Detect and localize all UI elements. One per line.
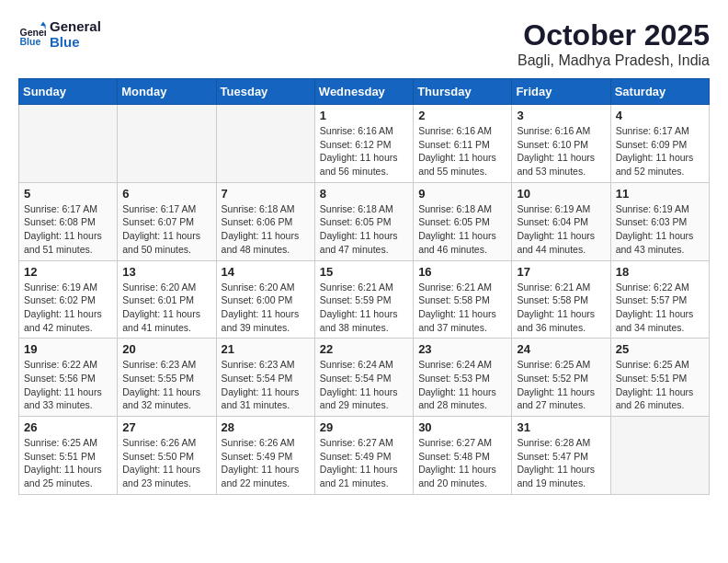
svg-text:Blue: Blue [20, 36, 41, 47]
calendar-week-4: 19Sunrise: 6:22 AM Sunset: 5:56 PM Dayli… [19, 339, 710, 417]
day-info: Sunrise: 6:19 AM Sunset: 6:02 PM Dayligh… [24, 281, 112, 335]
day-info: Sunrise: 6:21 AM Sunset: 5:59 PM Dayligh… [320, 281, 408, 335]
calendar-cell: 2Sunrise: 6:16 AM Sunset: 6:11 PM Daylig… [414, 105, 512, 183]
day-info: Sunrise: 6:20 AM Sunset: 6:00 PM Dayligh… [222, 281, 310, 335]
weekday-header-wednesday: Wednesday [314, 79, 413, 105]
calendar-cell: 20Sunrise: 6:23 AM Sunset: 5:55 PM Dayli… [118, 339, 216, 417]
calendar-cell: 11Sunrise: 6:19 AM Sunset: 6:03 PM Dayli… [610, 182, 709, 260]
day-info: Sunrise: 6:26 AM Sunset: 5:49 PM Dayligh… [222, 436, 310, 490]
calendar-cell: 23Sunrise: 6:24 AM Sunset: 5:53 PM Dayli… [414, 339, 512, 417]
day-number: 22 [320, 342, 408, 356]
calendar-cell: 26Sunrise: 6:25 AM Sunset: 5:51 PM Dayli… [19, 417, 118, 495]
calendar-cell: 17Sunrise: 6:21 AM Sunset: 5:58 PM Dayli… [512, 260, 610, 339]
day-info: Sunrise: 6:18 AM Sunset: 6:05 PM Dayligh… [320, 202, 408, 257]
calendar-cell: 19Sunrise: 6:22 AM Sunset: 5:56 PM Dayli… [19, 339, 118, 417]
day-info: Sunrise: 6:16 AM Sunset: 6:11 PM Dayligh… [418, 124, 506, 178]
day-info: Sunrise: 6:17 AM Sunset: 6:07 PM Dayligh… [122, 202, 210, 257]
day-number: 10 [517, 187, 605, 201]
calendar-cell [610, 417, 709, 495]
day-info: Sunrise: 6:16 AM Sunset: 6:12 PM Dayligh… [320, 124, 408, 178]
day-info: Sunrise: 6:25 AM Sunset: 5:52 PM Dayligh… [517, 358, 605, 412]
day-number: 29 [320, 420, 408, 434]
day-number: 9 [418, 187, 506, 201]
day-info: Sunrise: 6:26 AM Sunset: 5:50 PM Dayligh… [122, 436, 210, 490]
day-info: Sunrise: 6:25 AM Sunset: 5:51 PM Dayligh… [616, 358, 704, 412]
day-number: 31 [517, 420, 605, 434]
calendar-cell: 21Sunrise: 6:23 AM Sunset: 5:54 PM Dayli… [216, 339, 314, 417]
day-number: 16 [418, 265, 506, 279]
day-info: Sunrise: 6:17 AM Sunset: 6:09 PM Dayligh… [616, 124, 704, 178]
calendar-cell: 12Sunrise: 6:19 AM Sunset: 6:02 PM Dayli… [19, 260, 118, 339]
day-number: 4 [616, 109, 704, 122]
calendar-cell: 16Sunrise: 6:21 AM Sunset: 5:58 PM Dayli… [414, 260, 512, 339]
title-section: October 2025 Bagli, Madhya Pradesh, Indi… [518, 18, 710, 69]
day-info: Sunrise: 6:19 AM Sunset: 6:03 PM Dayligh… [616, 202, 704, 257]
day-info: Sunrise: 6:22 AM Sunset: 5:56 PM Dayligh… [24, 358, 112, 412]
day-info: Sunrise: 6:22 AM Sunset: 5:57 PM Dayligh… [616, 281, 704, 335]
day-number: 30 [418, 420, 506, 434]
calendar-cell: 25Sunrise: 6:25 AM Sunset: 5:51 PM Dayli… [610, 339, 709, 417]
day-number: 17 [517, 265, 605, 279]
calendar-cell: 7Sunrise: 6:18 AM Sunset: 6:06 PM Daylig… [216, 182, 314, 260]
calendar-header-row: SundayMondayTuesdayWednesdayThursdayFrid… [19, 79, 710, 105]
calendar-cell: 1Sunrise: 6:16 AM Sunset: 6:12 PM Daylig… [314, 105, 413, 183]
day-number: 28 [222, 420, 310, 434]
day-info: Sunrise: 6:16 AM Sunset: 6:10 PM Dayligh… [517, 124, 605, 178]
day-number: 18 [616, 265, 704, 279]
calendar-cell: 13Sunrise: 6:20 AM Sunset: 6:01 PM Dayli… [118, 260, 216, 339]
calendar-cell: 4Sunrise: 6:17 AM Sunset: 6:09 PM Daylig… [610, 105, 709, 183]
day-info: Sunrise: 6:20 AM Sunset: 6:01 PM Dayligh… [122, 281, 210, 335]
day-info: Sunrise: 6:28 AM Sunset: 5:47 PM Dayligh… [517, 436, 605, 490]
day-number: 20 [122, 342, 210, 356]
calendar-cell: 5Sunrise: 6:17 AM Sunset: 6:08 PM Daylig… [19, 182, 118, 260]
calendar-cell: 30Sunrise: 6:27 AM Sunset: 5:48 PM Dayli… [414, 417, 512, 495]
logo: General Blue General Blue [18, 18, 101, 50]
calendar-cell [19, 105, 118, 183]
calendar-cell: 3Sunrise: 6:16 AM Sunset: 6:10 PM Daylig… [512, 105, 610, 183]
logo-general: General [50, 18, 101, 34]
day-info: Sunrise: 6:18 AM Sunset: 6:05 PM Dayligh… [418, 202, 506, 257]
day-number: 6 [122, 187, 210, 201]
day-number: 2 [418, 109, 506, 122]
day-info: Sunrise: 6:25 AM Sunset: 5:51 PM Dayligh… [24, 436, 112, 490]
day-number: 12 [24, 265, 112, 279]
calendar-cell: 6Sunrise: 6:17 AM Sunset: 6:07 PM Daylig… [118, 182, 216, 260]
day-number: 3 [517, 109, 605, 122]
calendar-cell: 22Sunrise: 6:24 AM Sunset: 5:54 PM Dayli… [314, 339, 413, 417]
day-info: Sunrise: 6:24 AM Sunset: 5:54 PM Dayligh… [320, 358, 408, 412]
calendar-cell: 28Sunrise: 6:26 AM Sunset: 5:49 PM Dayli… [216, 417, 314, 495]
day-info: Sunrise: 6:27 AM Sunset: 5:49 PM Dayligh… [320, 436, 408, 490]
day-number: 5 [24, 187, 112, 201]
day-info: Sunrise: 6:17 AM Sunset: 6:08 PM Dayligh… [24, 202, 112, 257]
day-number: 14 [222, 265, 310, 279]
day-number: 23 [418, 342, 506, 356]
calendar-cell: 18Sunrise: 6:22 AM Sunset: 5:57 PM Dayli… [610, 260, 709, 339]
calendar-week-3: 12Sunrise: 6:19 AM Sunset: 6:02 PM Dayli… [19, 260, 710, 339]
day-number: 27 [122, 420, 210, 434]
day-number: 26 [24, 420, 112, 434]
page-header: General Blue General Blue October 2025 B… [18, 18, 710, 69]
calendar-cell: 10Sunrise: 6:19 AM Sunset: 6:04 PM Dayli… [512, 182, 610, 260]
day-number: 15 [320, 265, 408, 279]
day-number: 1 [320, 109, 408, 122]
calendar-cell: 15Sunrise: 6:21 AM Sunset: 5:59 PM Dayli… [314, 260, 413, 339]
weekday-header-sunday: Sunday [19, 79, 118, 105]
calendar-cell [118, 105, 216, 183]
calendar-cell: 14Sunrise: 6:20 AM Sunset: 6:00 PM Dayli… [216, 260, 314, 339]
calendar-week-2: 5Sunrise: 6:17 AM Sunset: 6:08 PM Daylig… [19, 182, 710, 260]
day-info: Sunrise: 6:24 AM Sunset: 5:53 PM Dayligh… [418, 358, 506, 412]
day-number: 7 [222, 187, 310, 201]
day-number: 25 [616, 342, 704, 356]
day-number: 24 [517, 342, 605, 356]
weekday-header-saturday: Saturday [610, 79, 709, 105]
calendar-cell [216, 105, 314, 183]
calendar-cell: 24Sunrise: 6:25 AM Sunset: 5:52 PM Dayli… [512, 339, 610, 417]
calendar-cell: 9Sunrise: 6:18 AM Sunset: 6:05 PM Daylig… [414, 182, 512, 260]
calendar-cell: 8Sunrise: 6:18 AM Sunset: 6:05 PM Daylig… [314, 182, 413, 260]
day-number: 13 [122, 265, 210, 279]
weekday-header-monday: Monday [118, 79, 216, 105]
calendar-cell: 31Sunrise: 6:28 AM Sunset: 5:47 PM Dayli… [512, 417, 610, 495]
calendar-cell: 29Sunrise: 6:27 AM Sunset: 5:49 PM Dayli… [314, 417, 413, 495]
calendar-week-1: 1Sunrise: 6:16 AM Sunset: 6:12 PM Daylig… [19, 105, 710, 183]
weekday-header-tuesday: Tuesday [216, 79, 314, 105]
